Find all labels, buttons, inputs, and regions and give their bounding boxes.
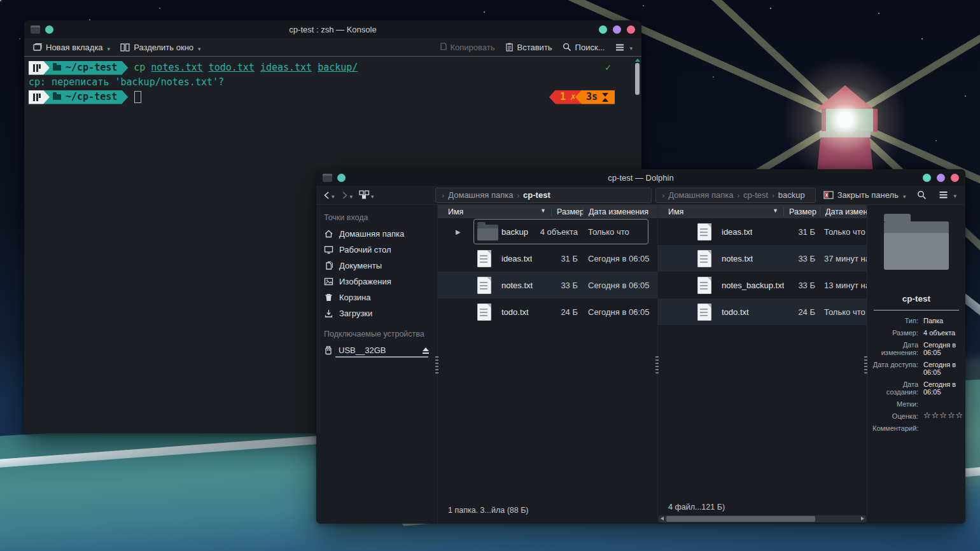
text-file-icon	[697, 277, 711, 294]
file-row-backup[interactable]: ▶ backup 4 объекта Только что	[438, 218, 657, 245]
panel-splitter-handle[interactable]	[655, 356, 659, 375]
sidebar-item-label: Изображения	[339, 277, 391, 286]
file-row[interactable]: notes.txt 33 Б Сегодня в 06:05	[438, 272, 657, 298]
file-row[interactable]: todo.txt 24 Б Сегодня в 06:05	[438, 298, 657, 325]
scrollbar-handle[interactable]	[666, 516, 815, 522]
sidebar-item-usb-device[interactable]: USB__32GB	[316, 342, 437, 358]
scroll-right-arrow[interactable]	[861, 517, 864, 520]
file-row[interactable]: notes_backup.txt 33 Б 13 минут назад	[658, 272, 867, 298]
menu-button[interactable]: ▾	[934, 189, 960, 201]
terminal-line-output: cp: переписать 'backup/notes.txt'?	[29, 75, 633, 90]
error-x-icon: ✗	[570, 91, 576, 103]
chevron-right-icon: ›	[737, 192, 739, 199]
paste-button[interactable]: Вставить	[501, 41, 556, 54]
eject-icon[interactable]	[422, 347, 430, 354]
info-value-size: 4 объекта	[923, 329, 963, 337]
file-row[interactable]: ideas.txt 31 Б Сегодня в 06:05	[438, 245, 657, 272]
column-header-name[interactable]: Имя▼	[438, 207, 551, 216]
split-window-button[interactable]: Разделить окно ▾	[116, 41, 204, 54]
file-date: Только что	[824, 227, 867, 237]
column-header-date[interactable]: Дата изменения	[820, 207, 867, 216]
close-button[interactable]	[951, 174, 959, 182]
chevron-down-icon: ▾	[903, 193, 906, 200]
search-button[interactable]: Поиск...	[559, 41, 609, 54]
panel-splitter-handle[interactable]	[435, 356, 438, 375]
back-button[interactable]: ▾	[321, 190, 336, 201]
column-header-date[interactable]: Дата изменения	[583, 207, 657, 216]
text-file-icon	[477, 303, 491, 321]
breadcrumb-home[interactable]: Домашняя папка	[668, 190, 733, 200]
folder-preview-icon	[884, 221, 949, 270]
column-header-name[interactable]: Имя▼	[658, 207, 783, 216]
status-bar-left: 1 папка. 3...йла (88 Б)	[438, 506, 657, 524]
close-button[interactable]	[627, 25, 635, 34]
sidebar-item-pictures[interactable]: Изображения	[316, 274, 437, 289]
prompt-path: ~/cp-test	[66, 91, 117, 103]
forward-button[interactable]: ▾	[340, 190, 354, 201]
expand-arrow-icon[interactable]: ▶	[456, 228, 461, 235]
konsole-window-title: cp-test : zsh — Konsole	[24, 25, 641, 34]
dolphin-window-title: cp-test — Dolphin	[316, 173, 965, 183]
view-mode-button[interactable]: ▾	[358, 189, 375, 201]
info-value-comment[interactable]	[923, 424, 963, 432]
file-size: 24 Б	[769, 307, 815, 317]
dolphin-titlebar[interactable]: cp-test — Dolphin	[316, 169, 965, 186]
info-value-created: Сегодня в 06:05	[923, 380, 963, 396]
file-name: todo.txt	[501, 307, 529, 317]
breadcrumb-mid[interactable]: cp-test	[743, 190, 768, 200]
command-arg: todo.txt	[209, 62, 255, 74]
file-row[interactable]: ideas.txt 31 Б Только что	[658, 218, 867, 245]
sidebar-item-documents[interactable]: Документы	[316, 258, 437, 274]
maximize-button[interactable]	[937, 174, 945, 182]
folder-icon	[53, 65, 61, 71]
breadcrumb-current[interactable]: backup	[778, 190, 805, 200]
column-header-size[interactable]: Размер	[551, 207, 583, 216]
konsole-titlebar[interactable]: cp-test : zsh — Konsole	[24, 20, 641, 38]
file-name: notes.txt	[722, 254, 753, 263]
text-file-icon	[697, 250, 711, 267]
pin-button[interactable]	[45, 25, 53, 34]
breadcrumb-current[interactable]: cp-test	[523, 190, 550, 200]
breadcrumb-home[interactable]: Домашняя папка	[448, 190, 513, 200]
sidebar-item-trash[interactable]: Корзина	[316, 289, 437, 305]
file-view-left: Имя▼ Размер Дата изменения ▶ backup 4 об…	[438, 205, 657, 524]
info-value-tags[interactable]	[923, 400, 963, 408]
search-button[interactable]	[913, 188, 930, 202]
rating-stars[interactable]: ☆☆☆☆☆	[923, 412, 963, 420]
column-header-size[interactable]: Размер	[783, 207, 820, 216]
exit-code: 1	[560, 91, 566, 103]
stars	[0, 0, 1, 1]
sort-descending-icon: ▼	[773, 207, 778, 216]
prompt-path: ~/cp-test	[66, 62, 117, 74]
breadcrumb-right[interactable]: › Домашняя папка › cp-test › backup	[655, 188, 816, 203]
breadcrumb-left[interactable]: › Домашняя папка › cp-test	[435, 188, 652, 203]
pin-button[interactable]	[337, 174, 346, 182]
new-tab-button[interactable]: Новая вкладка ▾	[29, 41, 114, 54]
horizontal-scrollbar[interactable]	[659, 515, 866, 522]
prompt-path-segment: ~/cp-test	[43, 61, 128, 75]
chevron-right-icon: ›	[442, 192, 445, 199]
sidebar-item-desktop[interactable]: Рабочий стол	[316, 242, 437, 258]
copy-button[interactable]: Копировать	[435, 41, 499, 54]
panel-splitter-handle[interactable]	[864, 356, 867, 375]
minimize-button[interactable]	[923, 174, 931, 182]
file-row[interactable]: notes.txt 33 Б 37 минут назад	[658, 245, 867, 272]
sidebar-item-label: USB__32GB	[339, 345, 386, 355]
scrollbar-handle[interactable]	[635, 63, 640, 95]
close-panel-button[interactable]: Закрыть панель ▾	[820, 188, 910, 202]
sidebar-item-home[interactable]: Домашняя папка	[316, 226, 437, 242]
home-icon	[324, 229, 333, 239]
minimize-button[interactable]	[599, 25, 607, 34]
info-label-tags: Метки:	[872, 400, 918, 408]
terminal-cursor	[134, 91, 141, 103]
info-label-size: Размер:	[872, 329, 918, 337]
forward-icon	[341, 191, 349, 200]
menu-button[interactable]: ▾	[611, 41, 636, 53]
scroll-left-arrow[interactable]	[661, 517, 664, 520]
scroll-up-arrow[interactable]	[635, 59, 640, 62]
info-label-modified: Дата изменения:	[872, 341, 918, 356]
dolphin-toolbar: ▾ ▾ ▾ › Домашняя папка › cp-test › Домаш…	[316, 186, 965, 205]
sidebar-item-downloads[interactable]: Загрузки	[316, 305, 437, 321]
file-row[interactable]: todo.txt 24 Б Только что	[658, 298, 867, 325]
maximize-button[interactable]	[613, 25, 621, 34]
